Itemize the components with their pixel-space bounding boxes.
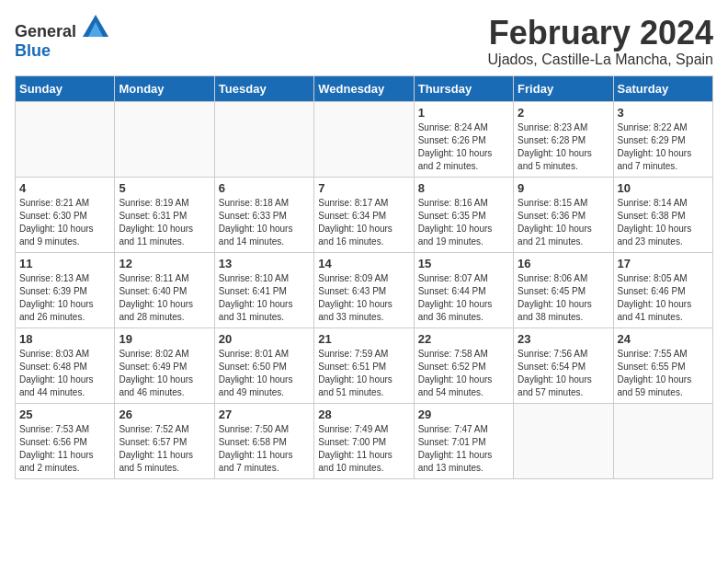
day-number: 29 xyxy=(418,408,509,421)
calendar-cell xyxy=(613,403,712,478)
day-number: 19 xyxy=(119,332,210,346)
weekday-header-sunday: Sunday xyxy=(16,75,115,101)
calendar-cell xyxy=(314,101,414,177)
day-number: 9 xyxy=(518,181,609,195)
calendar-cell: 24Sunrise: 7:55 AM Sunset: 6:55 PM Dayli… xyxy=(613,327,712,403)
day-info: Sunrise: 8:10 AM Sunset: 6:41 PM Dayligh… xyxy=(219,272,310,324)
day-number: 1 xyxy=(418,106,509,120)
location-title: Ujados, Castille-La Mancha, Spain xyxy=(488,52,713,68)
day-number: 7 xyxy=(318,181,409,195)
day-number: 10 xyxy=(618,181,709,195)
day-info: Sunrise: 7:49 AM Sunset: 7:00 PM Dayligh… xyxy=(318,423,409,475)
day-number: 4 xyxy=(19,181,110,195)
page-header: General Blue February 2024 Ujados, Casti… xyxy=(15,15,713,68)
day-info: Sunrise: 7:47 AM Sunset: 7:01 PM Dayligh… xyxy=(418,423,509,475)
calendar-week-0: 1Sunrise: 8:24 AM Sunset: 6:26 PM Daylig… xyxy=(16,101,713,177)
logo-icon xyxy=(83,15,108,37)
calendar-cell: 25Sunrise: 7:53 AM Sunset: 6:56 PM Dayli… xyxy=(16,403,115,478)
calendar-cell: 4Sunrise: 8:21 AM Sunset: 6:30 PM Daylig… xyxy=(16,177,115,252)
day-info: Sunrise: 8:17 AM Sunset: 6:34 PM Dayligh… xyxy=(318,197,409,248)
day-info: Sunrise: 8:03 AM Sunset: 6:48 PM Dayligh… xyxy=(19,348,110,399)
day-number: 16 xyxy=(518,257,609,270)
day-number: 25 xyxy=(19,408,110,421)
calendar-cell: 29Sunrise: 7:47 AM Sunset: 7:01 PM Dayli… xyxy=(414,403,513,478)
day-number: 23 xyxy=(518,332,609,346)
calendar-cell: 8Sunrise: 8:16 AM Sunset: 6:35 PM Daylig… xyxy=(414,177,513,252)
calendar-cell xyxy=(115,101,214,177)
day-info: Sunrise: 8:01 AM Sunset: 6:50 PM Dayligh… xyxy=(219,348,310,399)
day-info: Sunrise: 8:16 AM Sunset: 6:35 PM Dayligh… xyxy=(418,197,509,248)
logo: General Blue xyxy=(15,15,108,61)
day-number: 3 xyxy=(618,106,709,120)
calendar-cell xyxy=(16,101,115,177)
calendar-cell: 2Sunrise: 8:23 AM Sunset: 6:28 PM Daylig… xyxy=(514,101,613,177)
calendar-cell: 20Sunrise: 8:01 AM Sunset: 6:50 PM Dayli… xyxy=(214,327,313,403)
day-info: Sunrise: 8:13 AM Sunset: 6:39 PM Dayligh… xyxy=(19,272,110,324)
calendar-cell: 18Sunrise: 8:03 AM Sunset: 6:48 PM Dayli… xyxy=(16,327,115,403)
logo-general: General xyxy=(15,22,76,40)
day-info: Sunrise: 7:55 AM Sunset: 6:55 PM Dayligh… xyxy=(618,348,709,399)
calendar-cell: 13Sunrise: 8:10 AM Sunset: 6:41 PM Dayli… xyxy=(214,252,313,327)
day-number: 26 xyxy=(119,408,210,421)
day-info: Sunrise: 8:19 AM Sunset: 6:31 PM Dayligh… xyxy=(119,197,210,248)
day-info: Sunrise: 8:09 AM Sunset: 6:43 PM Dayligh… xyxy=(318,272,409,324)
day-info: Sunrise: 8:24 AM Sunset: 6:26 PM Dayligh… xyxy=(418,121,509,173)
day-number: 14 xyxy=(318,257,409,270)
calendar-table: SundayMondayTuesdayWednesdayThursdayFrid… xyxy=(15,75,713,479)
day-info: Sunrise: 7:53 AM Sunset: 6:56 PM Dayligh… xyxy=(19,423,110,475)
calendar-cell: 16Sunrise: 8:06 AM Sunset: 6:45 PM Dayli… xyxy=(514,252,613,327)
calendar-week-3: 18Sunrise: 8:03 AM Sunset: 6:48 PM Dayli… xyxy=(16,327,713,403)
weekday-header-tuesday: Tuesday xyxy=(214,75,313,101)
day-number: 24 xyxy=(618,332,709,346)
calendar-week-1: 4Sunrise: 8:21 AM Sunset: 6:30 PM Daylig… xyxy=(16,177,713,252)
day-info: Sunrise: 7:50 AM Sunset: 6:58 PM Dayligh… xyxy=(219,423,310,475)
weekday-header-row: SundayMondayTuesdayWednesdayThursdayFrid… xyxy=(16,75,713,101)
calendar-cell: 7Sunrise: 8:17 AM Sunset: 6:34 PM Daylig… xyxy=(314,177,414,252)
calendar-cell xyxy=(514,403,613,478)
day-info: Sunrise: 7:58 AM Sunset: 6:52 PM Dayligh… xyxy=(418,348,509,399)
day-number: 27 xyxy=(219,408,310,421)
day-info: Sunrise: 7:56 AM Sunset: 6:54 PM Dayligh… xyxy=(518,348,609,399)
calendar-cell: 22Sunrise: 7:58 AM Sunset: 6:52 PM Dayli… xyxy=(414,327,513,403)
calendar-cell: 14Sunrise: 8:09 AM Sunset: 6:43 PM Dayli… xyxy=(314,252,414,327)
day-info: Sunrise: 8:15 AM Sunset: 6:36 PM Dayligh… xyxy=(518,197,609,248)
calendar-cell: 3Sunrise: 8:22 AM Sunset: 6:29 PM Daylig… xyxy=(613,101,712,177)
day-info: Sunrise: 8:11 AM Sunset: 6:40 PM Dayligh… xyxy=(119,272,210,324)
day-info: Sunrise: 8:18 AM Sunset: 6:33 PM Dayligh… xyxy=(219,197,310,248)
day-number: 5 xyxy=(119,181,210,195)
title-section: February 2024 Ujados, Castille-La Mancha… xyxy=(488,15,713,68)
day-info: Sunrise: 7:52 AM Sunset: 6:57 PM Dayligh… xyxy=(119,423,210,475)
calendar-cell: 27Sunrise: 7:50 AM Sunset: 6:58 PM Dayli… xyxy=(214,403,313,478)
weekday-header-friday: Friday xyxy=(514,75,613,101)
calendar-cell: 11Sunrise: 8:13 AM Sunset: 6:39 PM Dayli… xyxy=(16,252,115,327)
month-title: February 2024 xyxy=(488,15,713,52)
calendar-cell: 26Sunrise: 7:52 AM Sunset: 6:57 PM Dayli… xyxy=(115,403,214,478)
day-number: 13 xyxy=(219,257,310,270)
day-number: 8 xyxy=(418,181,509,195)
calendar-cell: 6Sunrise: 8:18 AM Sunset: 6:33 PM Daylig… xyxy=(214,177,313,252)
weekday-header-wednesday: Wednesday xyxy=(314,75,414,101)
calendar-cell: 12Sunrise: 8:11 AM Sunset: 6:40 PM Dayli… xyxy=(115,252,214,327)
day-number: 11 xyxy=(19,257,110,270)
day-info: Sunrise: 7:59 AM Sunset: 6:51 PM Dayligh… xyxy=(318,348,409,399)
day-number: 20 xyxy=(219,332,310,346)
day-info: Sunrise: 8:14 AM Sunset: 6:38 PM Dayligh… xyxy=(618,197,709,248)
day-info: Sunrise: 8:23 AM Sunset: 6:28 PM Dayligh… xyxy=(518,121,609,173)
calendar-cell: 17Sunrise: 8:05 AM Sunset: 6:46 PM Dayli… xyxy=(613,252,712,327)
day-number: 12 xyxy=(119,257,210,270)
calendar-cell: 28Sunrise: 7:49 AM Sunset: 7:00 PM Dayli… xyxy=(314,403,414,478)
logo-text: General Blue xyxy=(15,15,108,61)
weekday-header-thursday: Thursday xyxy=(414,75,513,101)
calendar-cell: 5Sunrise: 8:19 AM Sunset: 6:31 PM Daylig… xyxy=(115,177,214,252)
calendar-cell xyxy=(214,101,313,177)
weekday-header-saturday: Saturday xyxy=(613,75,712,101)
calendar-cell: 23Sunrise: 7:56 AM Sunset: 6:54 PM Dayli… xyxy=(514,327,613,403)
calendar-week-2: 11Sunrise: 8:13 AM Sunset: 6:39 PM Dayli… xyxy=(16,252,713,327)
calendar-week-4: 25Sunrise: 7:53 AM Sunset: 6:56 PM Dayli… xyxy=(16,403,713,478)
day-number: 2 xyxy=(518,106,609,120)
day-number: 21 xyxy=(318,332,409,346)
day-number: 18 xyxy=(19,332,110,346)
calendar-cell: 15Sunrise: 8:07 AM Sunset: 6:44 PM Dayli… xyxy=(414,252,513,327)
day-number: 6 xyxy=(219,181,310,195)
calendar-cell: 19Sunrise: 8:02 AM Sunset: 6:49 PM Dayli… xyxy=(115,327,214,403)
